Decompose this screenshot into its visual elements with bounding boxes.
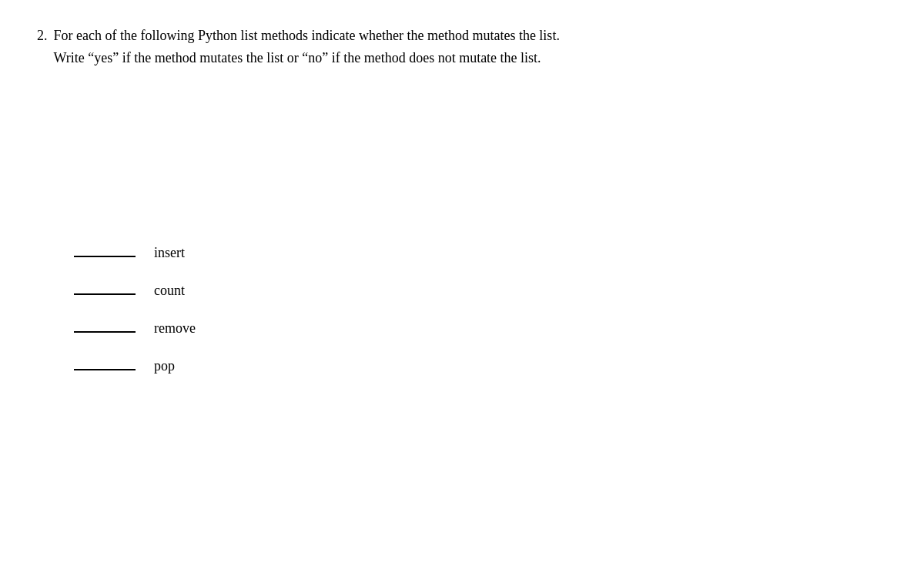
answer-line-count (74, 293, 136, 295)
question-line1: For each of the following Python list me… (54, 28, 560, 43)
page: 2. For each of the following Python list… (0, 0, 924, 573)
method-name-remove: remove (154, 320, 196, 337)
methods-list: insertcountremovepop (74, 245, 887, 396)
method-name-pop: pop (154, 358, 175, 374)
answer-line-insert (74, 256, 136, 257)
method-item-pop: pop (74, 358, 887, 374)
method-item-insert: insert (74, 245, 887, 261)
method-item-count: count (74, 283, 887, 299)
question-header: 2. For each of the following Python list… (37, 25, 887, 69)
method-item-remove: remove (74, 320, 887, 337)
answer-line-pop (74, 369, 136, 370)
answer-line-remove (74, 331, 136, 333)
method-name-insert: insert (154, 245, 185, 261)
question-number: 2. (37, 25, 48, 47)
method-name-count: count (154, 283, 185, 299)
question-line2: Write “yes” if the method mutates the li… (54, 47, 560, 69)
question-block: 2. For each of the following Python list… (37, 25, 887, 396)
question-text: For each of the following Python list me… (54, 25, 560, 69)
